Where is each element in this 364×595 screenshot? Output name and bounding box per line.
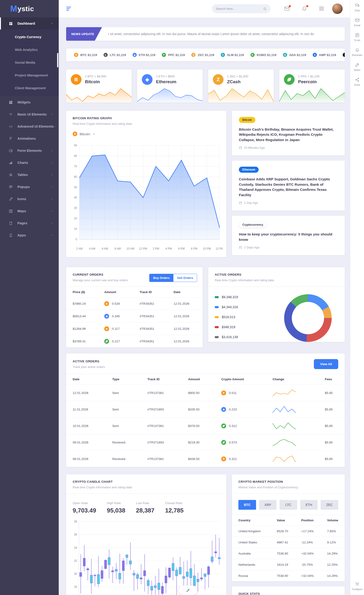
sidebar-item-label: Animations — [17, 137, 54, 140]
order-track-id: #TR371893 — [141, 434, 182, 451]
toolbar-item-notes[interactable]: Notes — [350, 59, 364, 74]
sidebar-item-animations[interactable]: Animations — [0, 133, 59, 145]
sidebar-item-maps[interactable]: Maps — [0, 205, 59, 217]
card-title: ACTIVE ORDERS — [215, 273, 338, 276]
toolbar-item-email[interactable]: Email — [350, 15, 364, 30]
mail-icon[interactable] — [284, 6, 290, 12]
card-title: CURRENT ORDERS — [73, 273, 128, 276]
sidebar-item-basic-ui-elements[interactable]: Basic UI Elements — [0, 108, 59, 120]
sidebar-menu: DashboardCrypto CurrencyWeb AnalyticsSoc… — [0, 17, 59, 241]
sidebar-item-dashboard[interactable]: Dashboard — [0, 17, 59, 29]
crypto-card-peercoin[interactable]: 1 PPC = $1,100Peercoin — [279, 70, 345, 102]
donut-legend-item: $348,319 — [215, 325, 284, 329]
apps-grid-icon[interactable] — [319, 6, 325, 12]
notes-icon — [355, 63, 360, 67]
chevron-down-icon — [51, 185, 54, 188]
svg-text:34: 34 — [74, 546, 77, 549]
legend-value: $348,319 — [222, 325, 235, 329]
view-all-button[interactable]: View All — [314, 359, 338, 369]
legend-value: $3,416,139 — [222, 335, 238, 339]
sell-orders-button[interactable]: Sell Orders — [173, 274, 197, 282]
column-header: Price ($) — [66, 287, 98, 298]
stat-value: 9,703.49 — [73, 507, 96, 514]
chevron-down-icon — [51, 222, 54, 225]
sidebar-subitem-social-media[interactable]: Social Media — [0, 56, 59, 69]
sidebar-item-widgets[interactable]: Widgets — [0, 96, 59, 108]
sidebar-item-label: Form Elements — [17, 149, 51, 152]
ticker-item-amp: AAMP $1,119 — [313, 53, 336, 57]
order-date: 11.01.2026 — [66, 401, 106, 418]
exchange-rate: 1 BTC = $4,500 — [85, 75, 106, 78]
sidebar-subitem-client-management[interactable]: Client Management — [0, 82, 59, 94]
position: +17.24% — [295, 526, 321, 537]
news-card-ethereum[interactable]: EthereumCoinbase Adds XRP Support, Goldm… — [232, 161, 345, 211]
column-header: Fees — [318, 374, 345, 385]
sidebar-item-apps[interactable]: Apps — [0, 229, 59, 241]
toolbar-item-reminder[interactable]: Reminder — [350, 45, 364, 59]
apps-icon — [9, 233, 13, 237]
sidebar-subitem-crypto-currency[interactable]: Crypto Currency — [0, 30, 59, 43]
chevron-down-icon — [51, 198, 54, 200]
order-date: 10.01.2026 — [66, 418, 106, 434]
bell-icon[interactable] — [302, 6, 308, 12]
todo-icon — [355, 33, 360, 37]
crypto-cards-row: B1 BTC = $4,500Bitcoin◆1 ETH = $500Ether… — [66, 70, 345, 102]
sidebar-item-form-elements[interactable]: Form Elements — [0, 145, 59, 157]
sidebar-scrollbar-thumb[interactable] — [57, 53, 58, 67]
user-avatar[interactable] — [332, 3, 343, 14]
crypto-card-bitcoin[interactable]: B1 BTC = $4,500Bitcoin — [66, 70, 132, 102]
app-logo[interactable]: Mystic — [0, 0, 59, 17]
search-icon[interactable] — [263, 7, 267, 11]
sidebar-item-charts[interactable]: Charts — [0, 157, 59, 169]
search-input[interactable] — [216, 7, 263, 10]
crypto-card-zcash[interactable]: Z1 ZEC = $1,500ZCash — [208, 70, 274, 102]
coin-name: Ethereum — [156, 79, 176, 84]
card-subtitle: Real time Crypto information and rating … — [73, 122, 220, 126]
market-tab-eth[interactable]: ETH — [300, 500, 318, 510]
stat-label: Closed Rate — [165, 501, 184, 505]
chevron-down-icon — [51, 149, 54, 152]
graph-coin-dropdown[interactable]: B Bitcoin — [66, 130, 226, 136]
toolbar-item-invite[interactable]: Invite — [350, 74, 364, 89]
toolbar-item-chat[interactable]: Chat — [350, 0, 364, 15]
sidebar-item-popups[interactable]: Popups — [0, 181, 59, 193]
column-header: Track ID — [141, 374, 182, 385]
sidebar-item-pages[interactable]: Pages — [0, 217, 59, 229]
svg-text:28: 28 — [74, 586, 77, 589]
column-header: Position — [295, 515, 321, 526]
toolbar-item-to-do[interactable]: To-do — [350, 30, 364, 45]
change-sparkline — [266, 451, 318, 467]
sidebar-item-tables[interactable]: Tables — [0, 169, 59, 181]
order-crypto-amount: B0.321 — [215, 451, 266, 467]
sidebar-subitem-project-management[interactable]: Project Management — [0, 69, 59, 82]
market-tab-zec[interactable]: ZEC — [321, 500, 338, 510]
order-track-id: #TR137381 — [141, 385, 182, 401]
sidebar-item-label: Charts — [17, 161, 51, 164]
news-title: How to keep your cryptocurrency: 5 thing… — [239, 232, 338, 242]
eth-coin-icon: ◆ — [221, 407, 226, 412]
sidebar-item-icons[interactable]: Icons — [0, 193, 59, 205]
market-tab-ltc[interactable]: LTC — [280, 500, 297, 510]
order-amount: $438.50 — [182, 451, 215, 467]
crypto-card-ethereum[interactable]: ◆1 ETH = $500Ethereum — [137, 70, 203, 102]
market-tab-btc[interactable]: BTC — [238, 500, 256, 510]
legend-color-chip — [215, 316, 219, 318]
news-card-cryptocurrency[interactable]: CryptocurrencyHow to keep your cryptocur… — [232, 216, 345, 255]
news-card-bitcoin[interactable]: BitcoinBitcoin Cash's Birthday, Binance … — [232, 111, 345, 156]
sidebar-item-advanced-ui-elements[interactable]: Advanced UI Elements — [0, 120, 59, 133]
ticker-price: BTC $1,119 — [80, 53, 97, 57]
sidebar-subitem-web-analytics[interactable]: Web Analytics — [0, 43, 59, 56]
buy-orders-button[interactable]: Buy Orders — [150, 274, 173, 282]
card-title: ACTIVE ORDERS — [73, 360, 105, 363]
position: +32.04% — [295, 548, 321, 559]
order-amount: $335.50 — [182, 401, 215, 418]
svg-text:30: 30 — [74, 206, 77, 210]
market-tab-xrp[interactable]: XRP — [259, 500, 277, 510]
rocket-fab-button[interactable] — [179, 586, 197, 595]
toolbar-item-configure[interactable]: Configure — [350, 579, 364, 594]
coin-icon: Z — [191, 53, 195, 57]
order-type: Sent — [106, 418, 141, 434]
ticker-price: AMP $1,119 — [319, 53, 336, 57]
news-badge: Ethereum — [239, 167, 259, 173]
menu-toggle-icon[interactable] — [66, 7, 71, 12]
